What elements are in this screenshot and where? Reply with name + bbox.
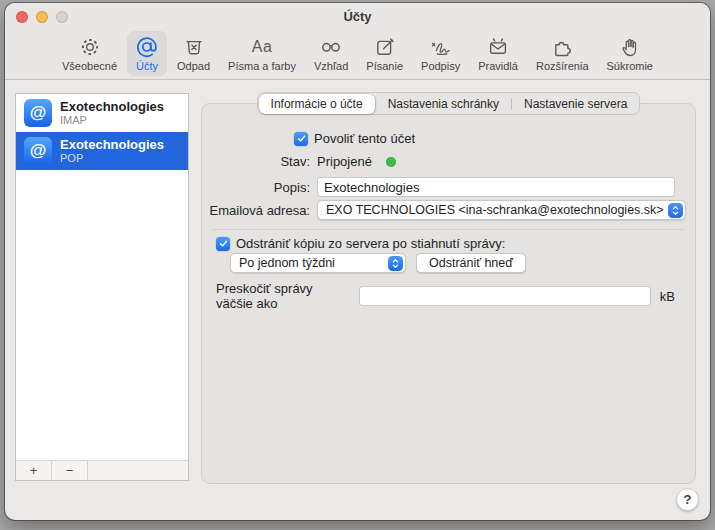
toolbar-label: Súkromie bbox=[607, 60, 653, 72]
tab-nastavenia-schranky[interactable]: Nastavenia schránky bbox=[376, 94, 511, 114]
help-button[interactable]: ? bbox=[676, 488, 699, 511]
account-name: Exotechnologies bbox=[60, 99, 164, 114]
gear-icon bbox=[78, 34, 102, 59]
toolbar-item-rozsirenia[interactable]: Rozšírenia bbox=[528, 31, 597, 76]
mail-preferences-window: Účty Všeobecné Účty bbox=[5, 3, 710, 520]
account-at-icon: @ bbox=[24, 137, 52, 165]
enable-account-label: Povoliť tento účet bbox=[314, 131, 415, 146]
status-label: Stav: bbox=[202, 154, 310, 169]
skip-size-label: Preskočiť správy väčšie ako bbox=[216, 281, 352, 311]
title-bar: Účty bbox=[5, 3, 710, 30]
popup-stepper-icon bbox=[388, 256, 403, 271]
enable-account-row: Povoliť tento účet bbox=[294, 131, 675, 146]
toolbar-label: Písanie bbox=[366, 60, 403, 72]
account-row-pop[interactable]: @ Exotechnologies POP bbox=[16, 132, 188, 170]
remove-after-popup[interactable]: Po jednom týždni bbox=[230, 253, 406, 273]
toolbar-item-odpad[interactable]: Odpad bbox=[169, 31, 218, 76]
zoom-button bbox=[56, 11, 68, 23]
account-row-imap[interactable]: @ Exotechnologies IMAP bbox=[16, 94, 188, 132]
account-info: Exotechnologies POP bbox=[60, 137, 164, 165]
account-settings-panel: Informácie o účte Nastavenia schránky Na… bbox=[201, 103, 696, 484]
signature-icon bbox=[428, 34, 454, 59]
section-divider bbox=[212, 229, 685, 230]
toolbar-label: Rozšírenia bbox=[536, 60, 589, 72]
skip-size-input[interactable] bbox=[359, 286, 651, 306]
toolbar-item-vseobecne[interactable]: Všeobecné bbox=[54, 31, 125, 76]
tab-nastavenie-servera[interactable]: Nastavenie servera bbox=[512, 94, 639, 114]
toolbar-item-ucty[interactable]: Účty bbox=[127, 31, 167, 76]
remove-after-value: Po jednom týždni bbox=[239, 256, 388, 270]
fonts-icon: Aa bbox=[252, 34, 273, 59]
traffic-lights bbox=[16, 11, 68, 23]
toolbar-label: Všeobecné bbox=[62, 60, 117, 72]
status-value: Pripojené bbox=[317, 154, 372, 169]
remove-copy-checkbox[interactable] bbox=[216, 237, 230, 251]
email-address-popup[interactable]: EXO TECHNOLOGIES <ina-schranka@exotechno… bbox=[317, 200, 686, 220]
enable-account-checkbox[interactable] bbox=[294, 132, 308, 146]
status-connected-dot bbox=[386, 157, 396, 167]
accounts-list: @ Exotechnologies IMAP @ Exotechnologies… bbox=[15, 93, 189, 481]
toolbar-label: Účty bbox=[136, 60, 158, 72]
trash-icon bbox=[182, 34, 206, 59]
toolbar-item-pravidla[interactable]: Pravidlá bbox=[470, 31, 526, 76]
close-button[interactable] bbox=[16, 11, 28, 23]
toolbar-item-vzhlad[interactable]: Vzhľad bbox=[306, 31, 356, 76]
puzzle-icon bbox=[550, 34, 574, 59]
account-at-icon: @ bbox=[24, 99, 52, 127]
at-icon bbox=[135, 34, 159, 59]
popup-stepper-icon bbox=[668, 203, 683, 218]
toolbar-item-pisma-a-farby[interactable]: Aa Písma a farby bbox=[220, 31, 304, 76]
remove-copy-label: Odstrániť kópiu zo servera po stiahnutí … bbox=[236, 236, 505, 251]
toolbar-label: Odpad bbox=[177, 60, 210, 72]
remove-account-button[interactable]: − bbox=[52, 461, 88, 480]
description-label: Popis: bbox=[202, 180, 310, 195]
skip-size-row: Preskočiť správy väčšie ako kB bbox=[216, 281, 675, 311]
account-type: IMAP bbox=[60, 114, 164, 127]
toolbar-label: Pravidlá bbox=[478, 60, 518, 72]
account-tabs: Informácie o účte Nastavenia schránky Na… bbox=[257, 92, 641, 115]
glasses-icon bbox=[318, 34, 344, 59]
email-address-value: EXO TECHNOLOGIES <ina-schranka@exotechno… bbox=[326, 203, 668, 217]
minimize-button[interactable] bbox=[36, 11, 48, 23]
toolbar-item-pisanie[interactable]: Písanie bbox=[358, 31, 411, 76]
email-label: Emailová adresa: bbox=[202, 203, 310, 218]
account-info: Exotechnologies IMAP bbox=[60, 99, 164, 127]
window-title: Účty bbox=[5, 3, 710, 30]
toolbar-item-sukromie[interactable]: Súkromie bbox=[599, 31, 661, 76]
preferences-toolbar: Všeobecné Účty Odpad Aa bbox=[5, 30, 710, 80]
remove-after-row: Po jednom týždni Odstrániť hneď bbox=[230, 253, 675, 273]
skip-size-unit: kB bbox=[660, 289, 675, 304]
tab-informacie-o-ucte[interactable]: Informácie o účte bbox=[259, 94, 375, 114]
compose-icon bbox=[373, 34, 397, 59]
account-type: POP bbox=[60, 152, 164, 165]
toolbar-item-podpisy[interactable]: Podpisy bbox=[413, 31, 468, 76]
remove-now-button[interactable]: Odstrániť hneď bbox=[416, 253, 526, 273]
toolbar-label: Vzhľad bbox=[314, 60, 348, 72]
preferences-content: @ Exotechnologies IMAP @ Exotechnologies… bbox=[5, 81, 710, 520]
add-account-button[interactable]: + bbox=[16, 461, 52, 480]
account-name: Exotechnologies bbox=[60, 137, 164, 152]
toolbar-label: Písma a farby bbox=[228, 60, 296, 72]
status-row: Stav: Pripojené bbox=[202, 154, 675, 169]
hand-icon bbox=[618, 34, 642, 59]
remove-copy-row: Odstrániť kópiu zo servera po stiahnutí … bbox=[216, 236, 675, 251]
description-row: Popis: bbox=[202, 177, 675, 197]
toolbar-label: Podpisy bbox=[421, 60, 460, 72]
list-button-strip: + − bbox=[16, 460, 188, 480]
email-row: Emailová adresa: EXO TECHNOLOGIES <ina-s… bbox=[202, 200, 675, 220]
description-input[interactable] bbox=[317, 177, 675, 197]
rules-envelope-icon bbox=[486, 34, 510, 59]
